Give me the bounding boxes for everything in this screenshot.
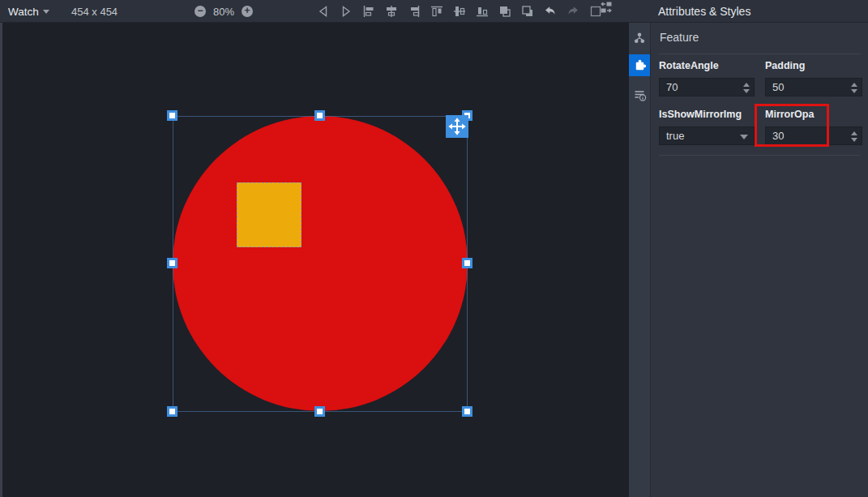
redo-icon[interactable] [566, 4, 580, 19]
undo-icon[interactable] [543, 4, 558, 19]
align-top-icon[interactable] [430, 4, 444, 19]
dropdown-chevron-icon [740, 135, 748, 139]
rotateangle-label: RotateAngle [659, 60, 719, 71]
align-right-icon[interactable] [407, 4, 421, 19]
panel-tab-strip [629, 23, 650, 497]
isshowmirrorimg-value: true [666, 130, 684, 142]
padding-input[interactable]: 50 [765, 78, 862, 96]
align-v-center-icon[interactable] [452, 4, 467, 19]
align-left-icon[interactable] [361, 4, 376, 19]
zoom-level-value: 80% [213, 6, 234, 18]
selection-handle-se[interactable] [462, 406, 472, 417]
isshowmirrorimg-dropdown[interactable]: true [659, 126, 755, 145]
padding-label: Padding [765, 60, 805, 71]
mirroropa-value: 30 [772, 130, 784, 142]
property-list-icon[interactable] [629, 84, 650, 105]
zoom-out-button[interactable]: − [195, 6, 206, 17]
bring-to-front-icon[interactable] [498, 4, 512, 19]
orange-square-shape[interactable] [237, 182, 301, 247]
hierarchy-icon[interactable] [629, 27, 650, 49]
align-bottom-icon[interactable] [475, 4, 490, 19]
selection-handle-w[interactable] [167, 258, 177, 268]
red-circle-shape[interactable] [173, 116, 468, 411]
separator [659, 155, 861, 156]
toolbar-icon-group [316, 0, 603, 23]
attributes-panel: Feature RotateAngle 70 Padding 50 IsShow… [650, 23, 868, 497]
rotateangle-spinner[interactable] [743, 79, 750, 97]
chevron-down-icon [43, 10, 49, 14]
panel-title: Attributes & Styles [658, 0, 750, 23]
selection-handle-e[interactable] [462, 258, 472, 268]
mirroropa-input[interactable]: 30 [765, 126, 862, 145]
selection-handle-sw[interactable] [167, 406, 177, 417]
section-title: Feature [660, 31, 699, 44]
zoom-in-button[interactable]: + [242, 6, 253, 17]
feature-puzzle-icon-active[interactable] [629, 54, 650, 76]
device-selector[interactable]: Watch [8, 0, 49, 23]
selection-handle-s[interactable] [314, 406, 325, 417]
swap-position-icon[interactable] [599, 0, 614, 15]
mirroropa-spinner[interactable] [851, 127, 857, 146]
isshowmirrorimg-label: IsShowMirrorImg [659, 109, 742, 120]
top-toolbar: Watch 454 x 454 − 80% + [0, 0, 868, 23]
separator [659, 54, 861, 54]
send-to-back-icon[interactable] [520, 4, 535, 19]
align-h-center-icon[interactable] [384, 4, 399, 19]
selection-handle-nw[interactable] [167, 110, 177, 121]
rotateangle-input[interactable]: 70 [659, 78, 755, 96]
device-selector-label: Watch [8, 6, 39, 18]
step-forward-icon[interactable] [339, 4, 353, 19]
selection-handle-n[interactable] [314, 110, 325, 121]
padding-value: 50 [772, 81, 784, 93]
canvas-size-label: 454 x 454 [71, 0, 118, 23]
rotateangle-value: 70 [666, 81, 678, 93]
mirroropa-label: MirrorOpa [765, 109, 814, 120]
step-back-icon[interactable] [316, 4, 331, 19]
zoom-controls: − 80% + [195, 0, 253, 23]
move-handle-icon[interactable] [446, 115, 468, 138]
canvas-left-divider [0, 23, 2, 497]
padding-spinner[interactable] [851, 79, 857, 97]
design-canvas[interactable] [0, 23, 629, 497]
app-window: Watch 454 x 454 − 80% + [0, 0, 868, 497]
